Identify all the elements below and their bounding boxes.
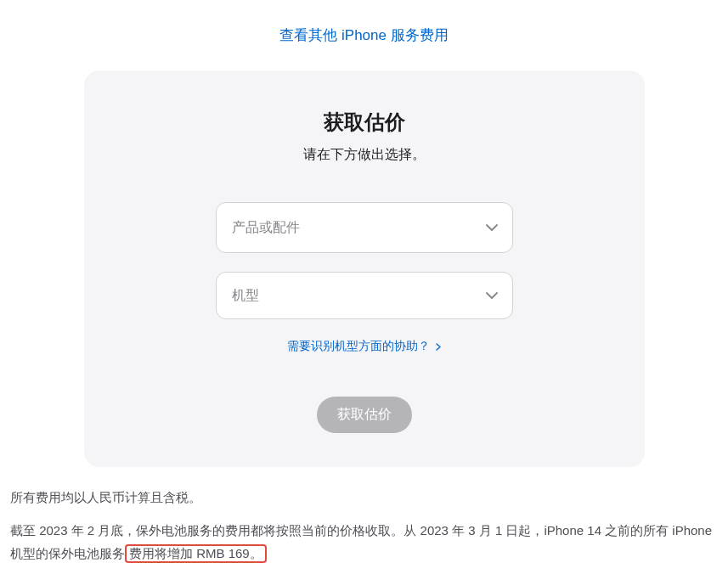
product-select-placeholder: 产品或配件 [232,219,300,237]
product-select-wrap: 产品或配件 [216,202,513,253]
model-select[interactable]: 机型 [216,272,513,319]
product-select[interactable]: 产品或配件 [216,202,513,253]
help-link-label: 需要识别机型方面的协助？ [287,340,430,352]
chevron-right-icon [436,341,441,353]
identify-model-help-link[interactable]: 需要识别机型方面的协助？ [287,340,441,352]
get-estimate-button[interactable]: 获取估价 [317,397,412,433]
card-title: 获取估价 [135,109,594,136]
other-service-fees-link[interactable]: 查看其他 iPhone 服务费用 [279,27,448,43]
footer-notes: 所有费用均以人民币计算且含税。 截至 2023 年 2 月底，保外电池服务的费用… [0,467,728,563]
footer-line-2-prefix: 截至 2023 年 2 月底，保外电池服务的费用都将按照当前的价格收取。从 20… [10,523,712,560]
help-link-section: 需要识别机型方面的协助？ [135,338,594,354]
model-select-placeholder: 机型 [232,287,259,305]
footer-line-2: 截至 2023 年 2 月底，保外电池服务的费用都将按照当前的价格收取。从 20… [10,519,718,563]
model-select-wrap: 机型 [216,272,513,319]
footer-line-2-highlight: 费用将增加 RMB 169。 [125,544,267,563]
footer-line-1: 所有费用均以人民币计算且含税。 [10,486,718,509]
estimate-card: 获取估价 请在下方做出选择。 产品或配件 机型 需要识别机型方面的协助？ 获取估… [84,70,645,467]
card-subtitle: 请在下方做出选择。 [135,146,594,164]
top-link-section: 查看其他 iPhone 服务费用 [0,0,728,62]
